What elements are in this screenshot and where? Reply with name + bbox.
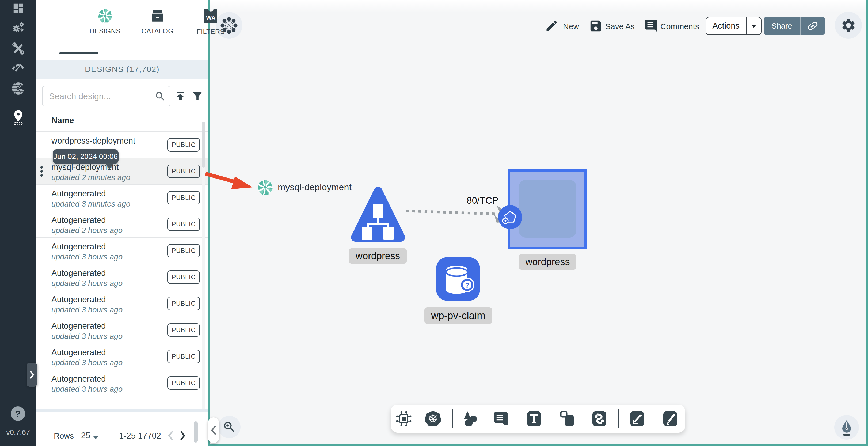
tooltip-arrow [105, 163, 114, 170]
lifecycle-gears-icon[interactable] [11, 22, 25, 35]
zoom-in-icon [222, 420, 236, 434]
prev-page-icon[interactable] [166, 430, 175, 442]
new-button[interactable]: New [563, 22, 579, 31]
save-as-button[interactable]: Save As [605, 22, 635, 31]
catalog-tab-icon [150, 8, 165, 24]
next-page-icon[interactable] [179, 430, 187, 442]
node-wp-pv-claim[interactable]: ? [436, 257, 480, 301]
share-label: Share [764, 22, 800, 31]
row-menu-icon[interactable] [40, 165, 43, 177]
pvc-name-label[interactable]: wp-pv-claim [424, 307, 492, 324]
designs-tab-icon [97, 8, 113, 24]
chevron-left-icon [210, 425, 217, 436]
design-updated: updated 3 hours ago [51, 332, 123, 341]
deployment-name-label[interactable]: wordpress [349, 248, 407, 264]
new-pencil-icon[interactable] [545, 19, 559, 33]
design-visibility-badge[interactable]: PUBLIC [167, 323, 200, 337]
design-list-item[interactable]: Autogenerated updated 3 hours ago PUBLIC [36, 264, 208, 290]
help-button[interactable]: ? [11, 407, 25, 421]
component-tool-icon[interactable] [396, 411, 412, 427]
design-visibility-badge[interactable]: PUBLIC [167, 217, 200, 231]
design-list-item[interactable]: Autogenerated updated 3 hours ago PUBLIC [36, 317, 208, 343]
pagination-scrollbar-thumb[interactable] [194, 421, 198, 443]
service-inner-shape [519, 180, 576, 238]
performance-gauge-icon[interactable] [11, 60, 25, 73]
design-list: wordpress-deployment PUBLIC mysql-deploy… [36, 132, 208, 396]
help-icon: ? [15, 409, 21, 419]
save-as-icon[interactable] [589, 19, 603, 33]
doodle-tool-icon[interactable] [662, 410, 678, 427]
design-name: Autogenerated [51, 189, 106, 199]
design-list-item[interactable]: Autogenerated updated 3 minutes ago PUBL… [36, 185, 208, 211]
design-visibility-badge[interactable]: PUBLIC [167, 191, 200, 204]
service-port-icon[interactable] [498, 205, 523, 230]
edge-wordpress-service[interactable] [401, 203, 514, 227]
svg-text:?: ? [465, 281, 469, 289]
design-list-item[interactable]: Autogenerated updated 3 hours ago PUBLIC [36, 290, 208, 317]
annotate-pen-tool-icon[interactable] [629, 410, 645, 427]
rows-per-page-caret-icon[interactable] [92, 435, 99, 440]
list-scrollbar-thumb[interactable] [202, 122, 206, 168]
design-name: Autogenerated [51, 295, 106, 304]
share-link-icon[interactable] [801, 20, 825, 32]
design-visibility-badge[interactable]: PUBLIC [167, 138, 200, 151]
dragged-design-label: mysql-deployment [278, 182, 351, 193]
comments-icon[interactable] [644, 19, 658, 33]
design-updated: updated 3 minutes ago [51, 200, 130, 208]
column-header-name: Name [51, 116, 74, 125]
node-wordpress-deployment[interactable] [347, 184, 411, 246]
design-visibility-badge[interactable]: PUBLIC [167, 297, 200, 310]
active-tab-indicator [59, 53, 98, 54]
sidebar-expand-button[interactable] [27, 363, 37, 387]
design-name: Autogenerated [51, 215, 106, 225]
drag-arrow [198, 166, 259, 195]
tab-catalog-label: CATALOG [142, 27, 174, 35]
filter-list-icon[interactable] [191, 90, 204, 102]
updated-date-tooltip: Jun 02, 2024 00:06 [53, 149, 119, 164]
design-updated: updated 3 hours ago [51, 279, 123, 288]
design-updated: updated 3 hours ago [51, 358, 123, 367]
comments-button[interactable]: Comments [660, 22, 699, 31]
design-list-item[interactable]: Autogenerated updated 2 hours ago PUBLIC [36, 211, 208, 238]
text-tool-icon[interactable] [526, 410, 542, 427]
design-list-item[interactable]: Autogenerated updated 3 hours ago PUBLIC [36, 238, 208, 264]
design-search[interactable] [42, 86, 170, 106]
designs-count-header: DESIGNS (17,702) [36, 60, 208, 78]
search-input[interactable] [49, 86, 154, 106]
design-list-item[interactable]: Autogenerated updated 3 hours ago PUBLIC [36, 370, 208, 396]
zoom-in-button[interactable] [218, 416, 241, 438]
kanvas-pin-icon[interactable] [11, 109, 25, 126]
design-list-item[interactable]: Autogenerated updated 3 hours ago PUBLIC [36, 343, 208, 370]
design-visibility-badge[interactable]: PUBLIC [167, 165, 200, 178]
dashboard-icon[interactable] [12, 2, 24, 14]
list-end-divider [36, 409, 208, 412]
actions-button[interactable]: Actions [706, 17, 762, 35]
tab-designs[interactable]: DESIGNS [87, 8, 123, 56]
design-name: wordpress-deployment [51, 136, 135, 146]
design-visibility-badge[interactable]: PUBLIC [167, 376, 200, 389]
app-sidebar: ? v0.7.67 [0, 0, 36, 446]
kubernetes-tool-icon[interactable] [424, 410, 441, 427]
tab-catalog[interactable]: CATALOG [140, 8, 176, 56]
sidebar-divider [0, 133, 36, 133]
panel-collapse-button[interactable] [208, 417, 219, 443]
relationship-tool-icon[interactable] [592, 410, 607, 427]
settings-button[interactable] [835, 12, 862, 39]
notes-tool-icon[interactable] [493, 411, 509, 427]
import-design-icon[interactable] [174, 90, 187, 103]
design-visibility-badge[interactable]: PUBLIC [167, 350, 200, 363]
design-visibility-badge[interactable]: PUBLIC [167, 270, 200, 284]
actions-dropdown-icon[interactable] [746, 22, 761, 30]
tab-filters-label: FILTERS [197, 28, 224, 36]
pen-mode-button[interactable] [834, 415, 859, 440]
share-button[interactable]: Share [764, 17, 825, 35]
tab-filters[interactable]: WA FILTERS [193, 8, 229, 56]
app-version: v0.7.67 [0, 428, 36, 437]
rows-per-page-value[interactable]: 25 [81, 431, 90, 440]
extensions-mesh-icon[interactable] [11, 81, 25, 95]
service-name-label[interactable]: wordpress [519, 254, 576, 270]
configuration-tools-icon[interactable] [12, 42, 25, 55]
frame-tool-icon[interactable] [559, 410, 575, 427]
design-visibility-badge[interactable]: PUBLIC [167, 244, 200, 258]
shapes-tool-icon[interactable] [462, 410, 478, 427]
